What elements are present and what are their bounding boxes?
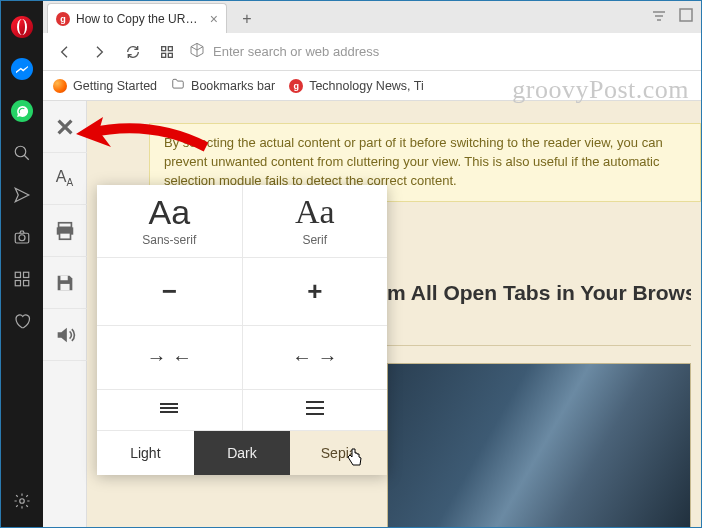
svg-rect-14	[168, 46, 172, 50]
reader-speak-button[interactable]	[43, 309, 87, 361]
new-tab-button[interactable]: +	[233, 5, 261, 33]
settings-button[interactable]	[1, 481, 43, 521]
opera-logo-icon	[11, 16, 33, 38]
svg-rect-16	[168, 53, 172, 57]
whatsapp-icon	[11, 100, 33, 122]
arrow-icon	[71, 109, 211, 159]
content-width-increase-button[interactable]: ← →	[242, 326, 388, 389]
browser-tab[interactable]: g How to Copy the URLs Fro ×	[47, 3, 227, 33]
bookmark-label: Bookmarks bar	[191, 79, 275, 93]
svg-rect-19	[59, 232, 70, 238]
svg-point-0	[15, 146, 26, 157]
tab-strip: g How to Copy the URLs Fro × +	[43, 1, 701, 33]
svg-rect-13	[162, 46, 166, 50]
search-icon	[13, 144, 31, 162]
tab-favicon-icon: g	[56, 12, 70, 26]
font-serif-option[interactable]: Aa Serif	[242, 185, 388, 257]
article-title: m All Open Tabs in Your Brows	[387, 281, 691, 305]
search-button[interactable]	[1, 133, 43, 173]
reload-button[interactable]	[121, 40, 145, 64]
tabs-menu-button[interactable]	[651, 8, 667, 26]
line-height-increase-button[interactable]	[242, 390, 388, 430]
bookmark-label: Getting Started	[73, 79, 157, 93]
tab-close-button[interactable]: ×	[210, 11, 218, 27]
article-hero-image	[387, 363, 691, 527]
font-size-increase-button[interactable]: +	[242, 258, 388, 325]
svg-point-3	[19, 235, 25, 241]
theme-sepia-button[interactable]: Sepia	[290, 431, 387, 475]
send-button[interactable]	[1, 175, 43, 215]
firefox-icon	[53, 79, 67, 93]
theme-light-button[interactable]: Light	[97, 431, 194, 475]
tab-strip-right	[651, 1, 701, 33]
forward-button[interactable]	[87, 40, 111, 64]
arrows-in-icon: → ←	[146, 336, 192, 379]
font-label-serif: Serif	[302, 233, 327, 247]
messenger-icon	[11, 58, 33, 80]
font-sans-serif-option[interactable]: Aa Sans-serif	[97, 185, 242, 257]
svg-rect-21	[60, 283, 69, 289]
svg-rect-5	[24, 272, 29, 277]
chevron-right-icon	[91, 44, 107, 60]
folder-icon	[171, 77, 185, 94]
chevron-left-icon	[57, 44, 73, 60]
tab-title: How to Copy the URLs Fro	[76, 12, 204, 26]
grid-small-icon	[159, 44, 175, 60]
printer-icon	[54, 220, 76, 242]
back-button[interactable]	[53, 40, 77, 64]
speed-dial-button[interactable]	[1, 259, 43, 299]
svg-rect-4	[15, 272, 20, 277]
address-bar[interactable]: Enter search or web address	[189, 39, 691, 65]
reader-sidebar: AA	[43, 101, 87, 527]
bookmark-getting-started[interactable]: Getting Started	[53, 79, 157, 93]
messenger-button[interactable]	[1, 49, 43, 89]
font-sample-serif: Aa	[295, 195, 335, 229]
heart-icon	[13, 312, 31, 330]
arrows-out-icon: ← →	[292, 336, 338, 379]
site-info-icon[interactable]	[189, 42, 205, 61]
svg-rect-12	[680, 9, 692, 21]
minus-icon: −	[162, 268, 177, 315]
svg-rect-7	[24, 281, 29, 286]
bookmark-label: Technology News, Ti	[309, 79, 424, 93]
font-label-sans: Sans-serif	[142, 233, 196, 247]
svg-point-8	[20, 499, 25, 504]
opera-menu-button[interactable]	[1, 7, 43, 47]
send-icon	[13, 186, 31, 204]
reader-save-button[interactable]	[43, 257, 87, 309]
site-icon: g	[289, 79, 303, 93]
font-size-decrease-button[interactable]: −	[97, 258, 242, 325]
line-height-decrease-button[interactable]	[97, 390, 242, 430]
navigation-toolbar: Enter search or web address	[43, 33, 701, 71]
watermark-text: groovyPost.com	[512, 75, 689, 105]
annotation-arrow	[71, 109, 211, 163]
window-menu-button[interactable]	[679, 8, 693, 26]
font-sample-sans: Aa	[148, 195, 190, 229]
gear-icon	[13, 492, 31, 510]
reader-font-popup: Aa Sans-serif Aa Serif − + → ← ← → Light…	[97, 185, 387, 475]
theme-dark-button[interactable]: Dark	[194, 431, 291, 475]
bookmark-tech-news[interactable]: gTechnology News, Ti	[289, 79, 424, 93]
start-page-button[interactable]	[155, 40, 179, 64]
favorites-button[interactable]	[1, 301, 43, 341]
svg-rect-20	[60, 275, 67, 280]
content-width-decrease-button[interactable]: → ←	[97, 326, 242, 389]
speaker-icon	[54, 324, 76, 346]
reader-print-button[interactable]	[43, 205, 87, 257]
article-divider	[387, 345, 691, 346]
font-aa-icon: AA	[56, 168, 73, 188]
svg-rect-17	[58, 222, 71, 227]
whatsapp-button[interactable]	[1, 91, 43, 131]
line-height-narrow-icon	[158, 400, 180, 420]
grid-icon	[13, 270, 31, 288]
address-placeholder: Enter search or web address	[213, 44, 379, 59]
svg-line-1	[24, 155, 29, 160]
svg-rect-6	[15, 281, 20, 286]
plus-icon: +	[307, 268, 322, 315]
svg-rect-15	[162, 53, 166, 57]
snapshot-button[interactable]	[1, 217, 43, 257]
save-icon	[54, 272, 76, 294]
reload-icon	[125, 44, 141, 60]
bookmark-folder-bookmarks-bar[interactable]: Bookmarks bar	[171, 77, 275, 94]
app-sidebar	[1, 1, 43, 527]
